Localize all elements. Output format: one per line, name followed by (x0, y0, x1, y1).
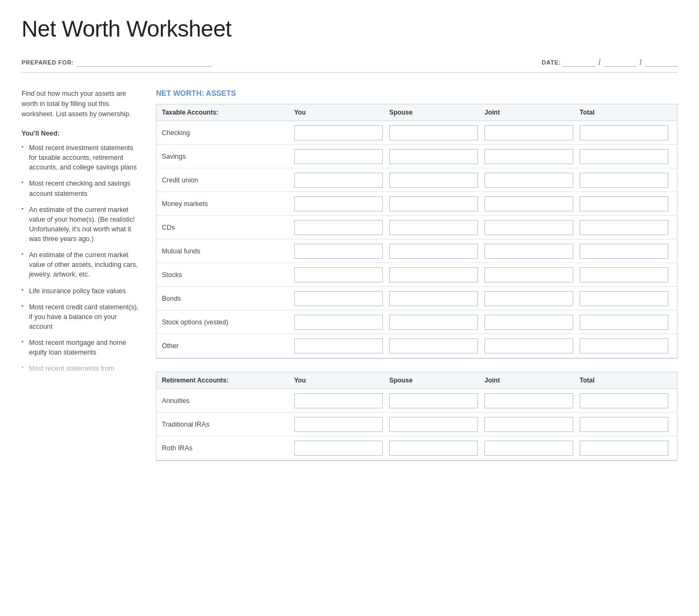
taxable-input-1-joint[interactable] (484, 149, 573, 164)
taxable-credit-union-spouse (386, 173, 481, 188)
taxable-stocks-total (576, 267, 672, 282)
taxable-input-5-you[interactable] (294, 244, 383, 259)
taxable-input-2-joint[interactable] (484, 173, 573, 188)
taxable-input-3-you[interactable] (294, 196, 383, 211)
taxable-input-7-you[interactable] (294, 291, 383, 306)
youll-need-label: You'll Need: (22, 129, 140, 139)
taxable-row-label-2: Credit union (162, 176, 291, 184)
retirement-input-1-joint[interactable] (484, 417, 573, 432)
taxable-input-6-joint[interactable] (484, 267, 573, 282)
retirement-annuities-spouse (386, 393, 481, 408)
taxable-stocks-joint (481, 267, 576, 282)
assets-section-title: NET WORTH: ASSETS (156, 89, 677, 97)
taxable-mutual-funds-total (576, 244, 672, 259)
retirement-input-0-joint[interactable] (484, 393, 573, 408)
date-field: DATE: / / (542, 58, 677, 67)
taxable-checking-total (576, 125, 672, 140)
taxable-stock-options-(vested)-spouse (386, 315, 481, 330)
taxable-row-1: Savings (156, 145, 677, 168)
taxable-input-7-total[interactable] (580, 291, 668, 306)
taxable-input-6-you[interactable] (294, 267, 383, 282)
taxable-row-8: Stock options (vested) (156, 310, 677, 334)
retirement-section-label: Retirement Accounts: (162, 377, 291, 384)
retirement-accounts-table: Retirement Accounts: You Spouse Joint To… (156, 372, 677, 461)
taxable-row-label-9: Other (162, 342, 291, 350)
retirement-input-1-spouse[interactable] (389, 417, 478, 432)
taxable-row-label-4: CDs (162, 224, 291, 231)
taxable-input-9-joint[interactable] (484, 338, 573, 353)
taxable-input-5-joint[interactable] (484, 244, 573, 259)
taxable-row-label-7: Bonds (162, 295, 291, 302)
retirement-traditional-iras-joint (481, 417, 576, 432)
taxable-input-2-you[interactable] (294, 173, 383, 188)
retirement-input-2-you[interactable] (294, 441, 383, 456)
taxable-input-7-spouse[interactable] (389, 291, 478, 306)
prepared-for-field: PREPARED FOR: (22, 58, 211, 67)
taxable-input-4-spouse[interactable] (389, 220, 478, 235)
retirement-col-total: Total (576, 377, 672, 384)
retirement-input-1-total[interactable] (580, 417, 668, 432)
taxable-input-2-total[interactable] (580, 173, 668, 188)
taxable-input-9-spouse[interactable] (389, 338, 478, 353)
taxable-input-8-total[interactable] (580, 315, 668, 330)
taxable-input-4-joint[interactable] (484, 220, 573, 235)
taxable-input-6-total[interactable] (580, 267, 668, 282)
retirement-row-label-1: Traditional IRAs (162, 421, 291, 428)
taxable-input-1-spouse[interactable] (389, 149, 478, 164)
taxable-cds-spouse (386, 220, 481, 235)
taxable-col-spouse: Spouse (386, 109, 481, 116)
taxable-input-8-joint[interactable] (484, 315, 573, 330)
retirement-input-0-spouse[interactable] (389, 393, 478, 408)
taxable-input-1-you[interactable] (294, 149, 383, 164)
taxable-input-5-total[interactable] (580, 244, 668, 259)
taxable-input-8-spouse[interactable] (389, 315, 478, 330)
taxable-money-markets-total (576, 196, 672, 211)
header-bar: PREPARED FOR: DATE: / / (22, 58, 677, 73)
taxable-input-6-spouse[interactable] (389, 267, 478, 282)
taxable-input-7-joint[interactable] (484, 291, 573, 306)
sidebar-list-item-3: An estimate of the current market value … (22, 250, 140, 279)
retirement-input-2-spouse[interactable] (389, 441, 478, 456)
retirement-row-0: Annuities (156, 389, 677, 413)
retirement-input-1-you[interactable] (294, 417, 383, 432)
retirement-col-headers: Retirement Accounts: You Spouse Joint To… (156, 372, 677, 389)
taxable-input-4-you[interactable] (294, 220, 383, 235)
taxable-input-5-spouse[interactable] (389, 244, 478, 259)
retirement-col-spouse: Spouse (386, 377, 481, 384)
retirement-input-2-joint[interactable] (484, 441, 573, 456)
retirement-roth-iras-joint (481, 441, 576, 456)
taxable-stock-options-(vested)-you (291, 315, 386, 330)
taxable-input-9-total[interactable] (580, 338, 668, 353)
prepared-for-value (77, 58, 211, 67)
taxable-input-2-spouse[interactable] (389, 173, 478, 188)
taxable-input-4-total[interactable] (580, 220, 668, 235)
taxable-input-0-spouse[interactable] (389, 125, 478, 140)
taxable-input-3-joint[interactable] (484, 196, 573, 211)
taxable-input-3-total[interactable] (580, 196, 668, 211)
taxable-input-0-you[interactable] (294, 125, 383, 140)
retirement-input-2-total[interactable] (580, 441, 668, 456)
taxable-input-3-spouse[interactable] (389, 196, 478, 211)
worksheet-area: NET WORTH: ASSETS Taxable Accounts: You … (156, 89, 677, 474)
sidebar-list-item-0: Most recent investment statements for ta… (22, 143, 140, 172)
taxable-stocks-you (291, 267, 386, 282)
taxable-row-7: Bonds (156, 287, 677, 310)
taxable-input-8-you[interactable] (294, 315, 383, 330)
date-slash-2: / (639, 58, 643, 67)
taxable-mutual-funds-spouse (386, 244, 481, 259)
retirement-input-0-you[interactable] (294, 393, 383, 408)
taxable-input-1-total[interactable] (580, 149, 668, 164)
retirement-input-0-total[interactable] (580, 393, 668, 408)
assets-label: ASSETS (206, 89, 236, 97)
taxable-bonds-joint (481, 291, 576, 306)
taxable-input-0-total[interactable] (580, 125, 668, 140)
taxable-input-0-joint[interactable] (484, 125, 573, 140)
taxable-col-headers: Taxable Accounts: You Spouse Joint Total (156, 104, 677, 121)
taxable-input-9-you[interactable] (294, 338, 383, 353)
taxable-col-you: You (291, 109, 386, 116)
retirement-roth-iras-you (291, 441, 386, 456)
date-slash-1: / (597, 58, 602, 67)
taxable-other-joint (481, 338, 576, 353)
taxable-row-label-3: Money markets (162, 200, 291, 208)
taxable-cds-total (576, 220, 672, 235)
